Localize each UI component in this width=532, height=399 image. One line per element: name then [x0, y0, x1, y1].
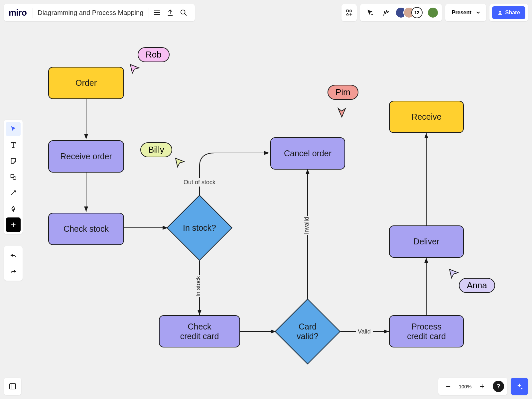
svg-rect-11 [346, 10, 348, 12]
ai-assist-button[interactable] [511, 378, 528, 395]
cursor-tag-anna: Anna [459, 278, 495, 293]
sparkle-icon [515, 382, 523, 390]
share-label: Share [505, 10, 520, 16]
node-label: Receive order [60, 152, 112, 161]
minimap-button[interactable] [4, 378, 21, 395]
svg-point-13 [371, 14, 373, 15]
zoom-level[interactable]: 100% [459, 384, 471, 389]
select-tool[interactable] [6, 122, 21, 136]
node-label: Process credit card [407, 322, 446, 341]
divider [149, 8, 149, 18]
current-user-avatar[interactable] [427, 7, 439, 18]
cursor-tag-pim: Pim [328, 85, 358, 100]
node-process-credit[interactable]: Process credit card [389, 315, 464, 347]
user-count-badge: 12 [411, 7, 423, 18]
node-label: Cancel order [284, 149, 332, 158]
zoom-controls: 100% ? [438, 378, 507, 395]
canvas[interactable]: Order Receive order Check stock In stock… [0, 0, 532, 399]
edge-label-invalid: Invalid [301, 216, 312, 235]
node-label: Card valid? [297, 322, 318, 341]
zoom-out-button[interactable] [442, 380, 455, 393]
follow-cursor-icon[interactable] [363, 6, 377, 19]
pen-tool[interactable] [6, 201, 21, 216]
svg-point-14 [499, 11, 501, 13]
top-bar-right: 12 Present Share [341, 4, 528, 21]
user-icon [497, 10, 503, 15]
apps-icon [345, 9, 353, 16]
reactions-icon[interactable] [379, 6, 393, 19]
redo-button[interactable] [6, 264, 21, 279]
avatar-stack[interactable]: 12 [395, 7, 423, 18]
zoom-in-button[interactable] [475, 380, 489, 393]
svg-point-12 [350, 10, 352, 12]
chevron-down-icon [476, 11, 480, 15]
node-order[interactable]: Order [48, 67, 124, 99]
top-bar-left: miro Diagramming and Process Mapping [4, 4, 195, 21]
svg-line-17 [11, 191, 16, 195]
node-check-credit[interactable]: Check credit card [159, 315, 240, 347]
collaboration-group: 12 [360, 4, 442, 21]
connector-tool[interactable] [6, 186, 21, 200]
edge-label-out-of-stock: Out of stock [182, 178, 217, 187]
edge-label-in-stock: In stock [193, 275, 204, 297]
node-label: Check credit card [180, 322, 219, 341]
svg-point-16 [13, 177, 16, 180]
panel-icon [9, 382, 17, 390]
top-bar: miro Diagramming and Process Mapping [4, 4, 528, 21]
export-icon[interactable] [164, 6, 177, 19]
cursor-pointer-anna [448, 268, 460, 279]
cursor-tag-billy: Billy [140, 142, 172, 157]
shape-tool[interactable] [6, 170, 21, 184]
node-label: Receive [411, 112, 441, 122]
board-title[interactable]: Diagramming and Process Mapping [34, 9, 147, 17]
present-label: Present [452, 10, 471, 16]
cursor-tag-rob: Rob [138, 47, 170, 62]
edge-label-valid: Valid [356, 328, 373, 336]
node-deliver[interactable]: Deliver [389, 225, 464, 258]
node-receive-order[interactable]: Receive order [48, 140, 124, 173]
logo[interactable]: miro [9, 8, 31, 18]
left-toolbar [4, 120, 23, 234]
node-label: Check stock [64, 224, 109, 234]
node-cancel-order[interactable]: Cancel order [270, 137, 345, 170]
node-label: Order [75, 78, 97, 88]
svg-rect-18 [10, 384, 16, 389]
share-button[interactable]: Share [492, 6, 525, 19]
search-icon[interactable] [177, 6, 190, 19]
bottom-right-controls: 100% ? [438, 378, 528, 395]
undo-toolbar [4, 246, 23, 281]
svg-line-10 [185, 14, 187, 16]
node-card-valid-decision[interactable]: Card valid? [274, 298, 341, 365]
help-button[interactable]: ? [493, 381, 504, 392]
apps-button[interactable] [341, 4, 357, 21]
share-group: Share [489, 4, 528, 21]
divider [33, 8, 33, 18]
cursor-pointer-pim [337, 106, 347, 118]
sticky-note-tool[interactable] [6, 154, 21, 168]
cursor-pointer-billy [174, 157, 186, 168]
menu-icon[interactable] [150, 6, 164, 19]
node-label: In stock? [183, 223, 216, 233]
text-tool[interactable] [6, 138, 21, 152]
node-in-stock-decision[interactable]: In stock? [166, 195, 233, 261]
add-tool[interactable] [6, 217, 21, 232]
node-check-stock[interactable]: Check stock [48, 213, 124, 245]
node-label: Deliver [414, 237, 440, 246]
cursor-pointer-rob [129, 63, 140, 74]
node-receive[interactable]: Receive [389, 101, 464, 133]
undo-button[interactable] [6, 248, 21, 263]
present-button[interactable]: Present [445, 4, 486, 21]
